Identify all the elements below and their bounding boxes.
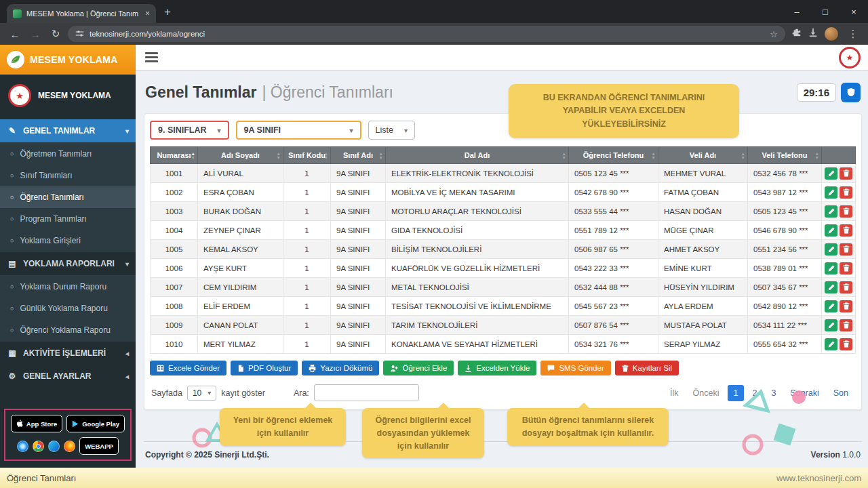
edge-icon[interactable] xyxy=(48,441,60,452)
brand-name: MESEM YOKLAMA xyxy=(30,54,118,65)
button-excele-g-nder[interactable]: Excele Gönder xyxy=(150,361,226,375)
sidebar-item-s-n-f-tan-mlar[interactable]: ○Sınıf Tanımları xyxy=(0,165,136,186)
tab-close-icon[interactable]: × xyxy=(145,9,150,18)
sidebar-item-yoklama-giri-leri[interactable]: ○Yoklama Girişleri xyxy=(0,230,136,251)
row-actions xyxy=(822,297,856,316)
delete-row-button[interactable] xyxy=(840,338,852,350)
button-yaz-c-d-k-m[interactable]: Yazıcı Dökümü xyxy=(302,361,379,375)
page-button-i-lk[interactable]: İlk xyxy=(664,385,685,401)
edit-row-button[interactable] xyxy=(825,281,837,293)
cell-s-n-f-ad: 9A SINIFI xyxy=(331,259,386,278)
column-header-veli-ad[interactable]: Veli Adı▲▼ xyxy=(658,147,748,164)
button-pdf-olu-tur[interactable]: PDF Oluştur xyxy=(231,361,298,375)
button-renci-ekle[interactable]: Öğrenci Ekle xyxy=(383,361,454,375)
class-select[interactable]: 9A SINIFI ▾ xyxy=(236,121,361,140)
edit-row-button[interactable] xyxy=(825,300,837,312)
edit-row-button[interactable] xyxy=(825,243,837,256)
column-header-dal-ad[interactable]: Dal Adı▲▼ xyxy=(386,147,569,164)
bookmark-star-icon[interactable]: ☆ xyxy=(770,29,778,39)
sidebar-section-yoklama-raporlari[interactable]: ▤YOKLAMA RAPORLARI▾ xyxy=(0,252,136,275)
grade-select[interactable]: 9. SINIFLAR ▾ xyxy=(150,121,229,140)
column-header-actions[interactable] xyxy=(822,147,856,164)
extensions-icon[interactable] xyxy=(792,28,802,40)
cell-renci-telefonu: 0534 321 76 *** xyxy=(569,335,658,354)
cell-renci-telefonu: 0545 567 23 *** xyxy=(569,297,658,316)
cell-dal-ad: GIDA TEKNOLOJİSİ xyxy=(386,221,569,240)
sidebar-section-genel-tanimlar[interactable]: ✎GENEL TANIMLAR▾ xyxy=(0,119,136,142)
edit-row-button[interactable] xyxy=(825,319,837,331)
sidebar-item-renci-tan-mlar[interactable]: ○Öğrenci Tanımları xyxy=(0,186,136,208)
sidebar-item-retmen-tan-mlar[interactable]: ○Öğretmen Tanımları xyxy=(0,143,136,165)
back-button[interactable]: ← xyxy=(7,28,23,40)
delete-row-button[interactable] xyxy=(840,224,852,237)
sidebar-item-label: Günlük Yoklama Raporu xyxy=(20,304,107,313)
profile-avatar[interactable] xyxy=(825,27,838,41)
cell-numaras: 1007 xyxy=(151,278,198,297)
reload-button[interactable]: ↻ xyxy=(47,28,64,40)
firefox-icon[interactable] xyxy=(64,441,75,452)
grade-select-value: 9. SINIFLAR xyxy=(158,125,207,135)
cell-veli-telefonu: 0551 234 56 *** xyxy=(748,240,822,259)
sort-icons: ▲▼ xyxy=(277,152,281,159)
view-select[interactable]: Liste ▾ xyxy=(368,121,415,140)
delete-row-button[interactable] xyxy=(840,319,852,331)
per-page-value: 10 xyxy=(193,388,201,398)
delete-row-button[interactable] xyxy=(840,186,852,199)
forward-button[interactable]: → xyxy=(27,28,43,40)
column-header-s-n-f-ad[interactable]: Sınıf Adı▲▼ xyxy=(331,147,386,164)
app-store-badge[interactable]: App Store xyxy=(11,415,62,432)
window-maximize-button[interactable]: □ xyxy=(811,7,840,17)
cell-ad-soyad: ELİF ERDEM xyxy=(198,297,283,316)
chrome-icon[interactable] xyxy=(33,441,44,452)
browser-tab[interactable]: MESEM Yoklama | Öğrenci Tanım × xyxy=(7,4,156,23)
sidebar-section-akti-vi-te-i-lemleri[interactable]: ▦AKTİVİTE İŞLEMLERİ◂ xyxy=(0,342,136,365)
edit-row-button[interactable] xyxy=(825,338,837,350)
table-row: 1006AYŞE KURT19A SINIFIKUAFÖRLÜK VE GÜZE… xyxy=(151,259,856,278)
shield-button[interactable] xyxy=(841,83,861,102)
window-minimize-button[interactable]: – xyxy=(783,7,811,17)
button-sms-g-nder[interactable]: SMS Gönder xyxy=(540,361,610,375)
sidebar-item-renci-yoklama-raporu[interactable]: ○Öğrenci Yoklama Raporu xyxy=(0,319,136,341)
sidebar-toggle-button[interactable] xyxy=(145,52,158,62)
google-play-badge[interactable]: Google Play xyxy=(66,415,125,432)
sidebar-item-g-nl-k-yoklama-raporu[interactable]: ○Günlük Yoklama Raporu xyxy=(0,298,136,319)
search-input[interactable] xyxy=(314,384,419,401)
downloads-icon[interactable] xyxy=(808,28,818,40)
edit-row-button[interactable] xyxy=(825,205,837,218)
page-button-nceki[interactable]: Önceki xyxy=(687,385,726,401)
column-header-ad-soyad[interactable]: Adı Soyadı▲▼ xyxy=(198,147,283,164)
per-page-select[interactable]: 10 ▾ xyxy=(187,386,216,401)
edit-row-button[interactable] xyxy=(825,167,837,180)
edit-row-button[interactable] xyxy=(825,224,837,237)
delete-row-button[interactable] xyxy=(840,281,852,293)
delete-row-button[interactable] xyxy=(840,205,852,218)
column-header-veli-telefonu[interactable]: Veli Telefonu▲▼ xyxy=(748,147,822,164)
delete-row-button[interactable] xyxy=(840,167,852,180)
cell-s-n-f-kodu: 1 xyxy=(283,316,331,335)
column-header-s-n-f-kodu[interactable]: Sınıf Kodu▲▼ xyxy=(283,147,331,164)
delete-row-button[interactable] xyxy=(840,300,852,312)
button-excelden-y-kle[interactable]: Excelden Yükle xyxy=(458,361,536,375)
site-settings-icon[interactable] xyxy=(75,29,84,39)
chevron-down-icon: ▾ xyxy=(218,127,221,134)
column-header-numaras[interactable]: Numarası▲▼ xyxy=(151,147,198,164)
upload-icon xyxy=(465,365,472,372)
new-tab-button[interactable]: + xyxy=(164,5,171,19)
window-close-button[interactable]: × xyxy=(840,7,868,17)
page-button-son[interactable]: Son xyxy=(827,385,854,401)
edit-row-button[interactable] xyxy=(825,186,837,199)
delete-row-button[interactable] xyxy=(840,262,852,274)
store-badges-box: App Store Google Play WEBAPP xyxy=(4,409,132,461)
button-kay-tlar-sil[interactable]: Kayıtları Sil xyxy=(615,361,679,375)
delete-row-button[interactable] xyxy=(840,243,852,256)
webapp-badge[interactable]: WEBAPP xyxy=(79,437,119,455)
column-header-renci-telefonu[interactable]: Öğrenci Telefonu▲▼ xyxy=(569,147,658,164)
browser-menu-icon[interactable]: ⋮ xyxy=(845,28,861,40)
safari-icon[interactable] xyxy=(17,441,28,452)
sidebar-item-yoklama-durum-raporu[interactable]: ○Yoklama Durum Raporu xyxy=(0,276,136,298)
address-bar[interactable]: teknosinerji.com/yoklama/ogrenci ☆ xyxy=(68,26,785,42)
sidebar-item-program-tan-mlar[interactable]: ○Program Tanımları xyxy=(0,208,136,230)
sidebar-section-genel-ayarlar[interactable]: ⚙GENEL AYARLAR◂ xyxy=(0,365,136,388)
edit-row-button[interactable] xyxy=(825,262,837,274)
cell-s-n-f-kodu: 1 xyxy=(283,164,331,183)
